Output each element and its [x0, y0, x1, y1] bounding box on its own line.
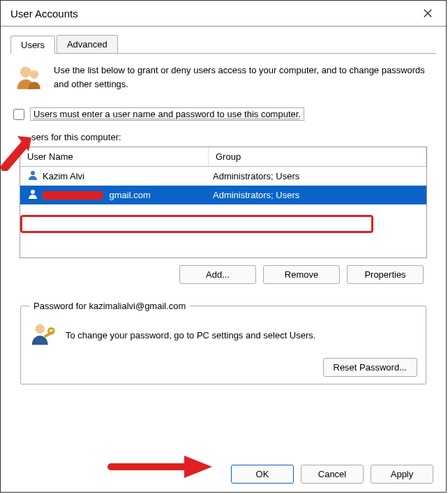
column-group[interactable]: Group [209, 147, 426, 166]
password-group: Password for kazimalialvi@gmail.com To c… [20, 301, 426, 384]
require-password-label[interactable]: Users must enter a user name and passwor… [30, 107, 304, 121]
column-username[interactable]: User Name [20, 147, 209, 166]
users-list-label: sers for this computer: [10, 132, 436, 142]
footer-buttons: OK Cancel Apply [231, 465, 433, 484]
redacted-text: x [43, 191, 103, 200]
table-header: User Name Group [20, 147, 426, 167]
table-row[interactable]: Kazim Alvi Administrators; Users [20, 167, 426, 186]
properties-button[interactable]: Properties [347, 265, 424, 284]
require-password-checkbox[interactable] [13, 109, 24, 120]
password-body: To change your password, go to PC settin… [29, 321, 417, 350]
username-suffix: gmail.com [110, 190, 151, 200]
reset-password-button[interactable]: Reset Password... [323, 358, 418, 377]
tab-advanced[interactable]: Advanced [57, 35, 118, 53]
password-button-row: Reset Password... [29, 358, 417, 377]
svg-point-0 [20, 66, 31, 77]
intro-row: Use the list below to grant or deny user… [10, 63, 436, 106]
svg-point-6 [49, 328, 54, 334]
require-password-row: Users must enter a user name and passwor… [10, 106, 436, 122]
titlebar: User Accounts [1, 1, 446, 27]
svg-point-3 [31, 190, 35, 194]
cell-username: xgmail.com [23, 187, 209, 203]
password-text: To change your password, go to PC settin… [66, 330, 315, 340]
cancel-button[interactable]: Cancel [301, 465, 364, 484]
table-row[interactable]: xgmail.com Administrators; Users [20, 186, 426, 204]
tab-users[interactable]: Users [10, 36, 55, 54]
cell-group: Administrators; Users [209, 188, 424, 202]
ok-button[interactable]: OK [231, 465, 294, 484]
svg-point-1 [30, 70, 38, 79]
tab-strip: Users Advanced [10, 35, 436, 54]
password-legend: Password for kazimalialvi@gmail.com [29, 301, 190, 311]
add-button[interactable]: Add... [179, 265, 256, 284]
apply-button[interactable]: Apply [371, 465, 433, 484]
close-icon [423, 8, 433, 18]
user-buttons-row: Add... Remove Properties [10, 258, 436, 295]
user-icon [27, 170, 38, 183]
user-accounts-window: User Accounts Users Advanced Use the lis… [0, 0, 447, 493]
users-icon [15, 63, 44, 95]
content-area: Users Advanced Use the list below to gra… [1, 27, 446, 403]
window-title: User Accounts [10, 8, 78, 20]
users-table: User Name Group Kazim Alvi Administrator… [20, 147, 427, 258]
close-button[interactable] [417, 5, 439, 22]
user-icon [27, 188, 38, 202]
intro-text: Use the list below to grant or deny user… [54, 63, 432, 95]
key-user-icon [29, 321, 56, 350]
username-text: Kazim Alvi [43, 171, 84, 181]
annotation-arrow-icon [104, 453, 216, 481]
svg-point-4 [36, 324, 45, 334]
svg-point-2 [31, 171, 35, 175]
cell-group: Administrators; Users [209, 170, 424, 183]
remove-button[interactable]: Remove [263, 265, 340, 284]
cell-username: Kazim Alvi [23, 168, 209, 184]
